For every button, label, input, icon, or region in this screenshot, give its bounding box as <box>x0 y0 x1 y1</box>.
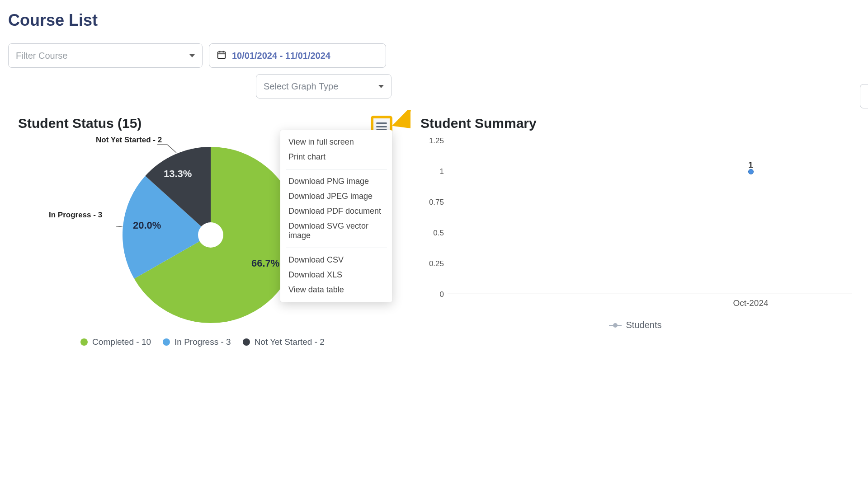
y-tick: 0.25 <box>419 259 444 268</box>
hamburger-icon <box>376 122 387 131</box>
legend-label: In Progress - 3 <box>175 337 231 347</box>
legend-label: Completed - 10 <box>92 337 151 347</box>
line-swatch-icon <box>609 325 622 326</box>
menu-separator <box>286 248 387 248</box>
y-tick: 1.25 <box>419 136 444 145</box>
page-title: Course List <box>8 11 860 30</box>
svg-line-5 <box>167 145 176 153</box>
dot-icon <box>243 338 250 346</box>
y-tick: 1 <box>419 167 444 176</box>
filters-row: Filter Course 10/01/2024 - 11/01/2024 <box>8 43 860 68</box>
data-point-label: 1 <box>748 160 753 169</box>
plot-area: 1 <box>448 140 852 294</box>
student-status-title: Student Status (15) <box>18 116 389 131</box>
callout-not-started: Not Yet Started - 2 <box>96 136 162 145</box>
menu-print-chart[interactable]: Print chart <box>280 150 392 164</box>
menu-download-jpeg[interactable]: Download JPEG image <box>280 189 392 204</box>
student-status-panel: Student Status (15) View in full screen … <box>8 108 397 352</box>
chart-context-menu: View in full screen Print chart Download… <box>280 130 392 302</box>
y-tick: 0.75 <box>419 198 444 207</box>
svg-line-7 <box>116 226 123 227</box>
svg-point-4 <box>198 222 223 248</box>
x-axis <box>448 294 852 294</box>
pct-not-started: 13.3% <box>164 168 192 180</box>
chevron-down-icon <box>189 54 195 57</box>
menu-view-full-screen[interactable]: View in full screen <box>280 135 392 150</box>
line-legend-label: Students <box>626 320 662 330</box>
graph-type-select[interactable]: Select Graph Type <box>256 74 392 99</box>
student-summary-panel: Student Summary 1.25 1 0.75 0.5 0.25 0 1… <box>410 108 860 335</box>
offscreen-select[interactable] <box>860 84 868 108</box>
pct-completed: 66.7% <box>251 258 279 269</box>
filter-course-placeholder: Filter Course <box>16 51 67 61</box>
dot-icon <box>163 338 170 346</box>
date-range-input[interactable]: 10/01/2024 - 11/01/2024 <box>209 43 386 68</box>
legend-not-started[interactable]: Not Yet Started - 2 <box>243 337 325 347</box>
x-tick: Oct-2024 <box>733 298 768 308</box>
y-tick: 0.5 <box>419 229 444 238</box>
menu-separator <box>286 169 387 169</box>
dot-icon <box>80 338 88 346</box>
pie-svg <box>116 140 306 330</box>
y-tick: 0 <box>419 290 444 299</box>
menu-view-data-table[interactable]: View data table <box>280 282 392 297</box>
date-range-value: 10/01/2024 - 11/01/2024 <box>232 51 330 61</box>
callout-in-progress: In Progress - 3 <box>49 211 102 220</box>
legend-in-progress[interactable]: In Progress - 3 <box>163 337 231 347</box>
graph-type-placeholder: Select Graph Type <box>264 81 338 92</box>
chevron-down-icon <box>378 85 384 88</box>
filter-course-select[interactable]: Filter Course <box>8 43 203 68</box>
legend-label: Not Yet Started - 2 <box>255 337 325 347</box>
pie-legend: Completed - 10 In Progress - 3 Not Yet S… <box>16 337 389 347</box>
student-summary-title: Student Summary <box>420 116 852 131</box>
svg-rect-0 <box>218 52 226 58</box>
pct-in-progress: 20.0% <box>133 220 161 231</box>
legend-completed[interactable]: Completed - 10 <box>80 337 151 347</box>
menu-download-svg[interactable]: Download SVG vector image <box>280 219 392 243</box>
line-chart: 1.25 1 0.75 0.5 0.25 0 1 Oct-2024 <box>419 136 852 316</box>
menu-download-pdf[interactable]: Download PDF document <box>280 204 392 219</box>
graph-type-row: Select Graph Type <box>256 74 860 99</box>
menu-download-png[interactable]: Download PNG image <box>280 174 392 189</box>
menu-download-xls[interactable]: Download XLS <box>280 267 392 282</box>
calendar-icon <box>217 50 226 62</box>
menu-download-csv[interactable]: Download CSV <box>280 253 392 267</box>
line-legend[interactable]: Students <box>419 320 852 330</box>
